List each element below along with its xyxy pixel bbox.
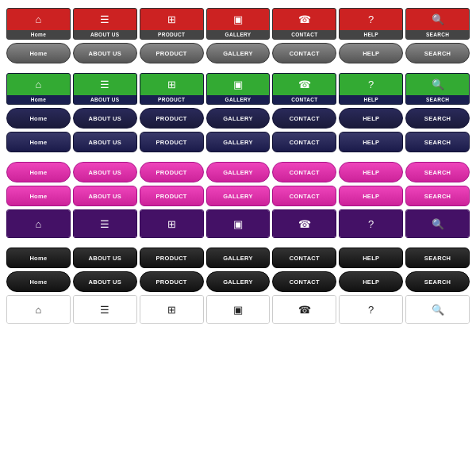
navy-help-btn[interactable]: HELP [339,108,403,129]
gallery-label-g: GALLERY [207,95,270,104]
product-label-g: PRODUCT [140,95,203,104]
green-product-btn[interactable]: ⊞ PRODUCT [140,73,204,105]
navyf-about-btn[interactable]: ABOUT US [73,132,137,152]
home-label-g: Home [7,95,70,104]
purple-gallery-btn[interactable]: ▣ [206,209,271,238]
blackf-product-btn[interactable]: PRODUCT [140,248,204,268]
red-icon-top-row: ⌂ Home ☰ ABOUT US ⊞ PRODUCT ▣ GALLERY ☎ … [6,8,470,40]
purple-menu-btn[interactable]: ☰ [73,209,137,238]
white-menu-btn[interactable]: ☰ [73,295,137,324]
navy-gallery-btn[interactable]: GALLERY [206,108,271,129]
red-gallery-btn[interactable]: ▣ GALLERY [206,8,271,40]
green-gallery-btn[interactable]: ▣ GALLERY [206,73,271,105]
green-contact-btn[interactable]: ☎ CONTACT [272,73,336,105]
white-gallery-btn[interactable]: ▣ [206,295,271,324]
product-label: PRODUCT [140,30,203,39]
pinkf-help-btn[interactable]: HELP [339,186,403,206]
navy-about-btn[interactable]: ABOUT US [73,108,137,129]
home-icon: ⌂ [7,9,70,30]
navy-contact-btn[interactable]: CONTACT [272,108,336,129]
red-home-btn[interactable]: ⌂ Home [6,8,71,40]
gray-gallery-btn[interactable]: GALLERY [206,43,271,63]
green-help-btn[interactable]: ? HELP [339,73,403,105]
home-icon-g: ⌂ [7,74,70,95]
menu-icon: ☰ [74,9,136,30]
pink-search-btn[interactable]: SEARCH [405,162,470,182]
pink-contact-btn[interactable]: CONTACT [272,162,336,182]
purple-icon-row: ⌂ ☰ ⊞ ▣ ☎ ? 🔍 [6,209,470,238]
purple-grid-btn[interactable]: ⊞ [140,209,204,238]
menu-icon-g: ☰ [74,74,136,95]
red-about-btn[interactable]: ☰ ABOUT US [73,8,137,40]
pink-gallery-btn[interactable]: GALLERY [206,162,271,182]
blackp-gallery-btn[interactable]: GALLERY [206,271,271,292]
gray-about-btn[interactable]: ABOUT US [73,43,137,63]
green-home-btn[interactable]: ⌂ Home [6,73,71,105]
pinkf-gallery-btn[interactable]: GALLERY [206,186,271,206]
navyf-gallery-btn[interactable]: GALLERY [206,132,271,152]
blackf-contact-btn[interactable]: CONTACT [272,248,336,268]
question-icon-g: ? [340,74,402,95]
pinkf-product-btn[interactable]: PRODUCT [140,186,204,206]
help-label: HELP [340,30,402,39]
blackf-gallery-btn[interactable]: GALLERY [206,248,271,268]
navyf-contact-btn[interactable]: CONTACT [272,132,336,152]
green-search-btn[interactable]: 🔍 SEARCH [405,73,470,105]
navyf-home-btn[interactable]: Home [6,132,71,152]
white-home-btn[interactable]: ⌂ [6,295,71,324]
gallery-label: GALLERY [207,30,270,39]
gray-contact-btn[interactable]: CONTACT [272,43,336,63]
navy-product-btn[interactable]: PRODUCT [140,108,204,129]
pinkf-home-btn[interactable]: Home [6,186,71,206]
pink-about-btn[interactable]: ABOUT US [73,162,137,182]
navy-home-btn[interactable]: Home [6,108,71,129]
gray-product-btn[interactable]: PRODUCT [140,43,204,63]
blackp-search-btn[interactable]: SEARCH [405,271,470,292]
black-pill-row: Home ABOUT US PRODUCT GALLERY CONTACT HE… [6,271,470,292]
navyf-help-btn[interactable]: HELP [339,132,403,152]
blackf-help-btn[interactable]: HELP [339,248,403,268]
red-help-btn[interactable]: ? HELP [339,8,403,40]
search-label: SEARCH [406,30,469,39]
blackp-home-btn[interactable]: Home [6,271,71,292]
white-grid-btn[interactable]: ⊞ [140,295,204,324]
help-label-g: HELP [340,95,402,104]
gray-help-btn[interactable]: HELP [339,43,403,63]
pinkf-about-btn[interactable]: ABOUT US [73,186,137,206]
navyf-search-btn[interactable]: SEARCH [405,132,470,152]
phone-icon-p: ☎ [273,210,336,237]
navyf-product-btn[interactable]: PRODUCT [140,132,204,152]
purple-home-btn[interactable]: ⌂ [6,209,71,238]
white-phone-btn[interactable]: ☎ [272,295,336,324]
white-question-btn[interactable]: ? [339,295,403,324]
purple-search-btn[interactable]: 🔍 [405,209,470,238]
question-icon-w: ? [340,296,402,323]
red-contact-btn[interactable]: ☎ CONTACT [272,8,336,40]
green-about-btn[interactable]: ☰ ABOUT US [73,73,137,105]
gallery-icon: ▣ [207,9,270,30]
contact-label: CONTACT [273,30,336,39]
blackp-about-btn[interactable]: ABOUT US [73,271,137,292]
blackf-search-btn[interactable]: SEARCH [405,248,470,268]
white-search-btn[interactable]: 🔍 [405,295,470,324]
gray-home-btn[interactable]: Home [6,43,71,63]
blackf-home-btn[interactable]: Home [6,248,71,268]
red-product-btn[interactable]: ⊞ PRODUCT [140,8,204,40]
pinkf-search-btn[interactable]: SEARCH [405,186,470,206]
blackp-contact-btn[interactable]: CONTACT [272,271,336,292]
blackf-about-btn[interactable]: ABOUT US [73,248,137,268]
red-search-btn[interactable]: 🔍 SEARCH [405,8,470,40]
pinkf-contact-btn[interactable]: CONTACT [272,186,336,206]
pink-product-btn[interactable]: PRODUCT [140,162,204,182]
pink-help-btn[interactable]: HELP [339,162,403,182]
navy-search-btn[interactable]: SEARCH [405,108,470,129]
blackp-help-btn[interactable]: HELP [339,271,403,292]
purple-phone-btn[interactable]: ☎ [272,209,336,238]
gray-pill-row: Home ABOUT US PRODUCT GALLERY CONTACT HE… [6,43,470,63]
blackp-product-btn[interactable]: PRODUCT [140,271,204,292]
search-icon-w: 🔍 [406,296,469,323]
pink-home-btn[interactable]: Home [6,162,71,182]
gray-search-btn[interactable]: SEARCH [405,43,470,63]
black-flat-row: Home ABOUT US PRODUCT GALLERY CONTACT HE… [6,248,470,268]
purple-question-btn[interactable]: ? [339,209,403,238]
